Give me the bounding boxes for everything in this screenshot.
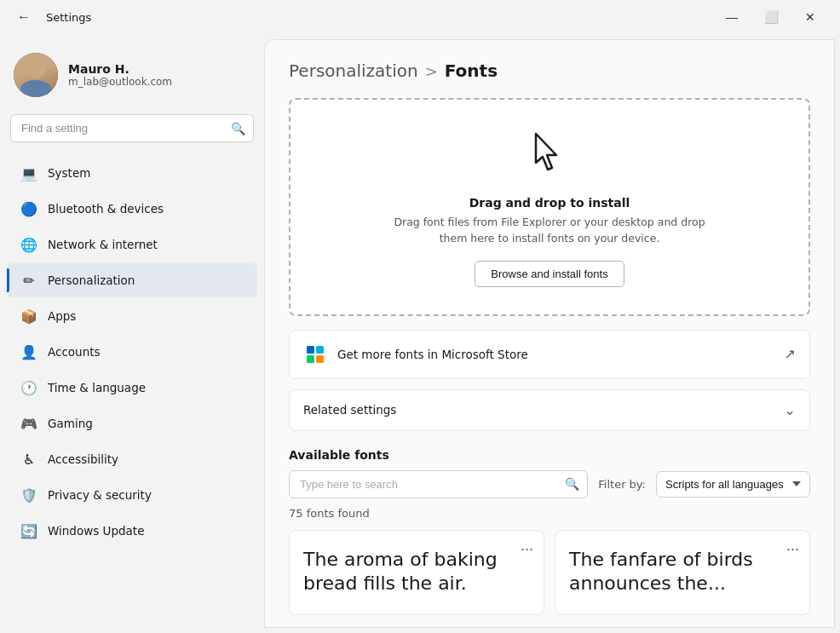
sidebar-item-label: Bluetooth & devices: [48, 202, 164, 216]
sidebar-item-accessibility[interactable]: ♿ Accessibility: [7, 442, 257, 476]
cursor-icon: [524, 127, 575, 187]
minimize-button[interactable]: —: [712, 3, 751, 31]
font-card-menu-button[interactable]: ···: [521, 541, 533, 556]
breadcrumb: Personalization > Fonts: [289, 60, 810, 81]
store-row-label: Get more fonts in Microsoft Store: [337, 348, 528, 361]
system-icon: 💻: [20, 164, 37, 181]
title-bar-left: ← Settings: [10, 3, 91, 31]
store-row[interactable]: Get more fonts in Microsoft Store ↗: [289, 330, 810, 379]
font-card-preview: The aroma of baking bread fills the air.: [303, 548, 530, 596]
font-card-menu-button[interactable]: ···: [786, 541, 799, 556]
search-icon[interactable]: 🔍: [231, 122, 245, 135]
sidebar-item-label: Accessibility: [48, 452, 118, 466]
filter-label: Filter by:: [598, 478, 646, 491]
time-icon: 🕐: [20, 379, 37, 396]
accounts-icon: 👤: [20, 343, 37, 360]
related-settings-label: Related settings: [303, 403, 396, 417]
back-button[interactable]: ←: [10, 3, 37, 31]
app-body: Mauro H. m_lab@outlook.com 🔍 💻 System 🔵 …: [0, 34, 840, 633]
font-search-wrap: 🔍: [289, 470, 588, 498]
app-title: Settings: [46, 11, 91, 24]
chevron-down-icon: ⌄: [785, 402, 796, 418]
sidebar-item-gaming[interactable]: 🎮 Gaming: [7, 406, 257, 440]
maximize-button[interactable]: ⬜: [751, 3, 791, 31]
external-link-icon: ↗: [785, 346, 796, 362]
font-search-icon: 🔍: [565, 477, 579, 491]
fonts-count: 75 fonts found: [289, 507, 810, 520]
svg-rect-3: [316, 355, 324, 363]
store-icon: [303, 342, 327, 366]
close-button[interactable]: ✕: [791, 3, 830, 31]
sidebar-item-time[interactable]: 🕐 Time & language: [7, 371, 257, 405]
main-content: Personalization > Fonts Drag and drop to…: [264, 39, 835, 628]
font-search-input[interactable]: [289, 470, 588, 498]
gaming-icon: 🎮: [20, 415, 37, 432]
sidebar-item-label: Time & language: [48, 381, 146, 394]
available-fonts-section: Available fonts 🔍 Filter by: Scripts for…: [289, 448, 810, 615]
sidebar-item-accounts[interactable]: 👤 Accounts: [7, 335, 257, 369]
sidebar-item-label: Apps: [48, 309, 76, 323]
breadcrumb-parent: Personalization: [289, 60, 418, 81]
personalization-icon: ✏️: [20, 272, 37, 289]
fonts-toolbar: 🔍 Filter by: Scripts for all languagesLa…: [289, 470, 810, 498]
sidebar-item-label: System: [48, 166, 90, 180]
sidebar-item-label: Windows Update: [48, 524, 144, 538]
svg-rect-1: [316, 346, 324, 354]
privacy-icon: 🛡️: [20, 486, 37, 504]
network-icon: 🌐: [20, 236, 37, 253]
sidebar-item-label: Personalization: [48, 273, 135, 287]
font-cards: ··· The aroma of baking bread fills the …: [289, 530, 810, 615]
related-settings-row[interactable]: Related settings ⌄: [289, 389, 810, 431]
sidebar-item-bluetooth[interactable]: 🔵 Bluetooth & devices: [7, 192, 257, 226]
breadcrumb-separator: >: [425, 62, 438, 80]
title-bar: ← Settings — ⬜ ✕: [0, 0, 840, 34]
accessibility-icon: ♿: [20, 451, 37, 468]
font-card[interactable]: ··· The fanfare of birds announces the..…: [555, 530, 810, 615]
user-info: Mauro H. m_lab@outlook.com: [68, 62, 172, 88]
drop-zone-description: Drag font files from File Explorer or yo…: [379, 215, 720, 247]
sidebar-item-label: Privacy & security: [48, 488, 152, 502]
store-row-left: Get more fonts in Microsoft Store: [303, 342, 528, 366]
scripts-filter-select[interactable]: Scripts for all languagesLatinArabicChin…: [656, 471, 810, 498]
breadcrumb-current: Fonts: [445, 60, 498, 81]
font-card-preview: The fanfare of birds announces the...: [569, 548, 796, 596]
title-bar-controls: — ⬜ ✕: [712, 3, 830, 31]
user-profile: Mauro H. m_lab@outlook.com: [0, 43, 264, 114]
available-fonts-header: Available fonts: [289, 448, 810, 462]
search-box: 🔍: [10, 114, 254, 142]
apps-icon: 📦: [20, 308, 37, 325]
user-name: Mauro H.: [68, 62, 172, 76]
sidebar-nav: 💻 System 🔵 Bluetooth & devices 🌐 Network…: [0, 156, 264, 550]
sidebar-item-system[interactable]: 💻 System: [7, 156, 257, 190]
sidebar: Mauro H. m_lab@outlook.com 🔍 💻 System 🔵 …: [0, 34, 264, 633]
browse-fonts-button[interactable]: Browse and install fonts: [475, 261, 624, 287]
font-card[interactable]: ··· The aroma of baking bread fills the …: [289, 530, 544, 615]
sidebar-item-label: Network & internet: [48, 238, 158, 251]
bluetooth-icon: 🔵: [20, 200, 37, 217]
sidebar-item-privacy[interactable]: 🛡️ Privacy & security: [7, 478, 257, 512]
sidebar-item-personalization[interactable]: ✏️ Personalization: [7, 263, 257, 297]
svg-rect-2: [307, 355, 314, 363]
user-email: m_lab@outlook.com: [68, 76, 172, 88]
sidebar-item-network[interactable]: 🌐 Network & internet: [7, 227, 257, 262]
drop-zone-title: Drag and drop to install: [469, 196, 630, 210]
sidebar-item-apps[interactable]: 📦 Apps: [7, 299, 257, 333]
svg-rect-0: [307, 346, 314, 354]
search-input[interactable]: [10, 114, 254, 142]
sidebar-item-label: Accounts: [48, 345, 101, 359]
sidebar-item-update[interactable]: 🔄 Windows Update: [7, 514, 257, 548]
drop-zone: Drag and drop to install Drag font files…: [289, 98, 810, 316]
avatar: [14, 53, 58, 97]
sidebar-item-label: Gaming: [48, 417, 93, 430]
update-icon: 🔄: [20, 522, 37, 539]
